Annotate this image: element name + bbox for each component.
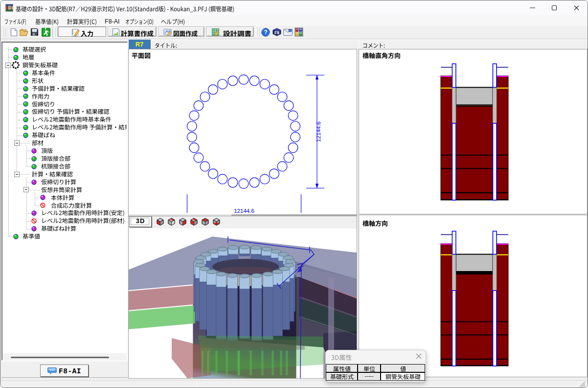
svg-text:F8: F8 xyxy=(274,30,279,35)
svg-text:12144.6: 12144.6 xyxy=(316,121,321,142)
svg-text:?: ? xyxy=(264,29,268,36)
svg-text:12144.6: 12144.6 xyxy=(234,208,254,214)
